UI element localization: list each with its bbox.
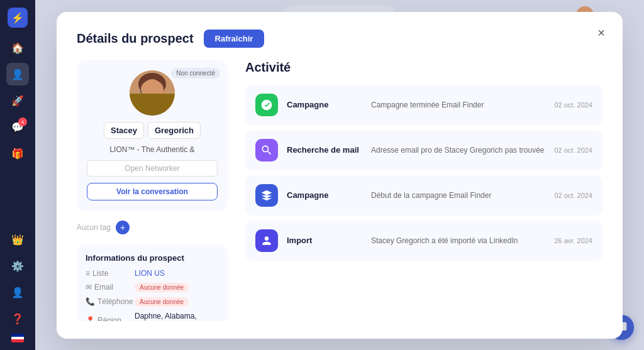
info-row-region: 📍 Région Daphne, Alabama, United States — [86, 312, 219, 321]
networker-field[interactable]: Open Networker — [87, 160, 218, 177]
last-name-field[interactable]: Gregorich — [148, 122, 201, 139]
add-tag-button[interactable]: + — [116, 221, 130, 234]
activity-date-3: 02 oct. 2024 — [554, 192, 592, 199]
activity-item-3: Campagne Début de la campagne Email Find… — [245, 175, 602, 216]
sidebar-item-home[interactable]: 🏠 — [6, 36, 29, 59]
email-icon: ✉ — [86, 283, 92, 292]
activity-icon-4 — [255, 229, 278, 252]
sidebar-logo[interactable]: ⚡ — [8, 8, 28, 28]
activity-item-4: Import Stacey Gregorich a été importé vi… — [245, 221, 602, 261]
modal-overlay: Détails du prospect Rafraîchir × Non con… — [35, 0, 644, 350]
status-badge: Non connecté — [171, 68, 220, 79]
name-fields: Stacey Gregorich — [104, 122, 201, 139]
activity-item-2: Recherche de mail Adresse email pro de S… — [245, 130, 602, 170]
activity-name-4: Import — [287, 236, 362, 245]
activity-desc-1: Campagne terminée Email Finder — [371, 101, 545, 109]
sidebar-item-settings[interactable]: ⚙️ — [6, 254, 29, 277]
info-label-liste: ≡ Liste — [86, 269, 130, 278]
view-conversation-button[interactable]: Voir la conversation — [87, 183, 218, 200]
sidebar-item-user-bottom[interactable]: 👤 — [6, 281, 29, 304]
activity-icon-2 — [255, 139, 278, 161]
profile-card: Non connecté — [77, 60, 228, 211]
tags-row: Aucun tag + — [77, 218, 228, 237]
info-label-email: ✉ Email — [86, 283, 130, 292]
left-panel: Non connecté — [77, 60, 228, 321]
activity-item-1: Campagne Campagne terminée Email Finder … — [245, 85, 602, 125]
sidebar-item-chat[interactable]: 💬 4 — [6, 116, 29, 138]
svg-point-2 — [142, 79, 162, 102]
no-tag-label: Aucun tag — [77, 223, 111, 232]
sidebar-bottom: 👑 ⚙️ 👤 ❓ — [6, 228, 29, 342]
info-value-liste[interactable]: LION US — [135, 269, 165, 278]
activity-desc-2: Adresse email pro de Stacey Gregorich pa… — [371, 146, 545, 155]
list-icon: ≡ — [86, 269, 90, 278]
info-row-email: ✉ Email Aucune donnée — [86, 283, 219, 292]
sidebar-item-rocket[interactable]: 🚀 — [6, 89, 29, 112]
svg-point-6 — [150, 94, 154, 96]
sidebar-item-gift[interactable]: 🎁 — [6, 142, 29, 165]
activity-desc-3: Début de la campagne Email Finder — [371, 191, 545, 200]
chat-badge: 4 — [18, 118, 27, 126]
right-panel: Activité Campagne Campagne terminée Emai… — [245, 60, 602, 321]
activity-icon-1 — [255, 94, 278, 116]
sidebar-item-users[interactable]: 👤 — [6, 63, 29, 85]
activity-name-2: Recherche de mail — [287, 145, 362, 155]
modal-body: Non connecté — [77, 60, 602, 321]
location-icon: 📍 — [86, 316, 95, 321]
modal-header: Détails du prospect Rafraîchir × — [77, 30, 602, 48]
info-value-email: Aucune donnée — [135, 283, 189, 292]
info-value-region: Daphne, Alabama, United States — [135, 312, 219, 321]
refresh-button[interactable]: Rafraîchir — [204, 30, 265, 48]
avatar-image — [130, 70, 175, 116]
company-field: LION™ - The Authentic & — [109, 145, 194, 154]
info-value-phone: Aucune donnée — [135, 297, 189, 307]
sidebar: ⚡ 🏠 👤 🚀 💬 4 🎁 👑 ⚙️ 👤 ❓ — [0, 0, 35, 350]
first-name-field[interactable]: Stacey — [104, 122, 144, 139]
activity-icon-3 — [255, 184, 278, 207]
activity-desc-4: Stacey Gregorich a été importé via Linke… — [371, 236, 545, 245]
info-label-region: 📍 Région — [86, 316, 130, 321]
sidebar-item-help[interactable]: ❓ — [6, 307, 29, 330]
activity-name-3: Campagne — [287, 190, 362, 200]
info-section: Informations du prospect ≡ Liste LION US — [77, 244, 228, 321]
info-row-liste: ≡ Liste LION US — [86, 269, 219, 278]
main-area: Détails du prospect Rafraîchir × Non con… — [35, 0, 644, 350]
info-label-phone: 📞 Téléphone — [86, 297, 130, 306]
close-button[interactable]: × — [592, 25, 610, 42]
info-row-phone: 📞 Téléphone Aucune donnée — [86, 297, 219, 307]
activity-title: Activité — [245, 60, 602, 75]
sidebar-item-crown[interactable]: 👑 — [6, 228, 29, 251]
phone-icon: 📞 — [86, 297, 95, 306]
activity-name-1: Campagne — [287, 100, 362, 109]
activity-date-1: 02 oct. 2024 — [554, 101, 592, 109]
info-section-title: Informations du prospect — [86, 253, 219, 263]
svg-rect-3 — [141, 87, 150, 94]
svg-point-1 — [138, 73, 166, 96]
modal-title: Détails du prospect — [77, 31, 194, 46]
activity-date-2: 02 oct. 2024 — [554, 146, 592, 154]
prospect-detail-modal: Détails du prospect Rafraîchir × Non con… — [57, 12, 623, 339]
avatar — [130, 70, 175, 116]
svg-rect-4 — [152, 87, 161, 94]
activity-list: Campagne Campagne terminée Email Finder … — [245, 85, 602, 261]
activity-date-4: 26 avr. 2024 — [554, 237, 592, 244]
language-flag[interactable] — [11, 334, 24, 342]
